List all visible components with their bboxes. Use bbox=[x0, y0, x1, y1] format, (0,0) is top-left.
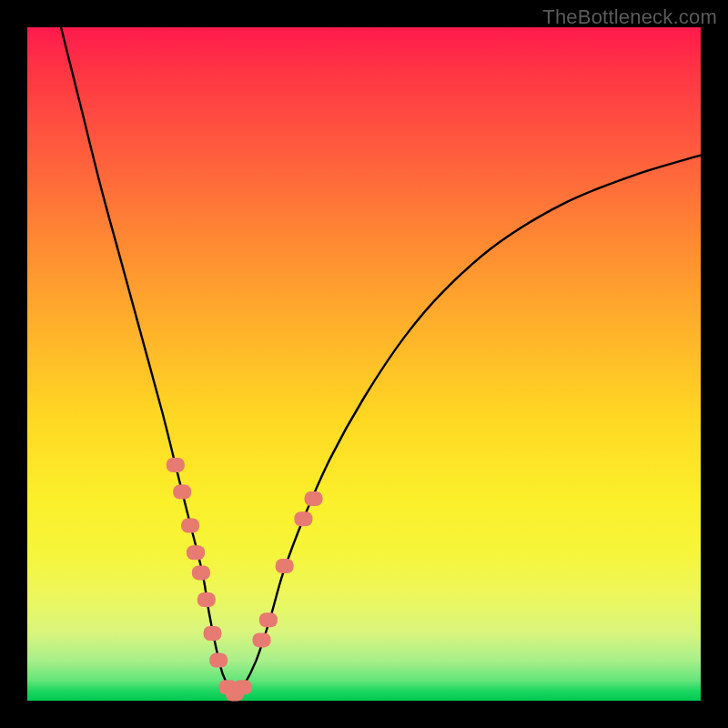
bottleneck-curve bbox=[61, 27, 701, 694]
marker-point bbox=[305, 491, 323, 506]
marker-point bbox=[192, 565, 210, 580]
chart-svg bbox=[27, 27, 701, 701]
marker-point bbox=[294, 511, 312, 526]
marker-point bbox=[173, 485, 191, 500]
marker-point bbox=[259, 612, 278, 627]
marker-point bbox=[209, 653, 228, 668]
plot-area bbox=[27, 27, 701, 701]
marker-point bbox=[197, 592, 216, 607]
marker-point bbox=[204, 626, 222, 641]
marker-point bbox=[276, 559, 294, 573]
watermark-text: TheBottleneck.com bbox=[542, 5, 717, 29]
marker-point bbox=[253, 632, 271, 647]
marker-point bbox=[167, 458, 185, 472]
marker-point bbox=[234, 680, 252, 694]
chart-frame: TheBottleneck.com bbox=[0, 0, 728, 728]
highlighted-points-group bbox=[167, 458, 323, 702]
marker-point bbox=[181, 519, 199, 533]
marker-point bbox=[187, 545, 205, 560]
